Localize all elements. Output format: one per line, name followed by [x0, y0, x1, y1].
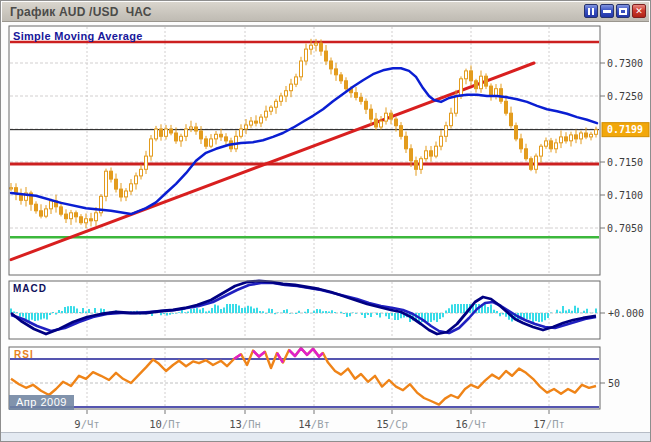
- candle: [40, 211, 43, 216]
- candle: [10, 188, 13, 189]
- candle: [75, 213, 78, 217]
- candle: [285, 91, 288, 96]
- candle: [50, 201, 53, 209]
- candle: [280, 96, 283, 101]
- candle: [370, 109, 373, 119]
- candle: [225, 137, 228, 141]
- price-axis-label: 0.7050: [607, 223, 643, 234]
- candle: [420, 159, 423, 170]
- candle: [365, 101, 368, 109]
- candle: [295, 77, 298, 84]
- candle: [80, 217, 83, 223]
- candle: [120, 189, 123, 197]
- candle: [300, 61, 303, 77]
- candle: [440, 136, 443, 146]
- candle: [595, 130, 598, 135]
- rsi-mid-label: 50: [608, 378, 620, 389]
- candle: [410, 149, 413, 161]
- candle: [135, 176, 138, 184]
- candle: [375, 119, 378, 127]
- candle: [70, 213, 73, 219]
- chart-canvas[interactable]: 0.73000.72500.71500.71000.70500.7199+0.0…: [1, 1, 651, 442]
- candle: [325, 51, 328, 61]
- candle: [345, 81, 348, 89]
- candle: [130, 184, 133, 191]
- candle: [65, 214, 68, 219]
- candle: [425, 151, 428, 159]
- candle: [335, 69, 338, 75]
- candle: [145, 156, 148, 169]
- x-axis-label: 9/Чт: [74, 418, 99, 430]
- macd-zero-label: +0.000: [608, 308, 644, 319]
- x-axis-label: 17/Пт: [533, 418, 565, 430]
- candle: [385, 113, 388, 121]
- candle: [245, 125, 248, 129]
- candle: [155, 129, 158, 139]
- candle: [190, 127, 193, 129]
- candle: [540, 146, 543, 156]
- candle: [590, 134, 593, 137]
- candle: [105, 171, 108, 196]
- bottom-scroll-strip[interactable]: [1, 432, 650, 441]
- candle: [125, 191, 128, 197]
- x-axis-label: 13/Пн: [229, 418, 261, 430]
- candle: [110, 171, 113, 179]
- current-price-tag-text: 0.7199: [607, 124, 643, 135]
- candle: [250, 121, 253, 125]
- candle: [460, 79, 463, 96]
- macd-indicator-label: MACD: [13, 283, 47, 294]
- candle: [400, 126, 403, 137]
- candle: [500, 89, 503, 102]
- x-axis-label: 15/Ср: [376, 418, 408, 430]
- candle: [585, 133, 588, 137]
- price-axis-label: 0.7150: [607, 157, 643, 168]
- price-axis-label: 0.7300: [607, 58, 643, 69]
- candle: [240, 129, 243, 136]
- candle: [115, 179, 118, 189]
- candle: [575, 135, 578, 139]
- month-badge: Апр 2009: [9, 395, 74, 410]
- candle: [475, 81, 478, 89]
- candle: [555, 143, 558, 149]
- candle: [175, 133, 178, 141]
- candle: [550, 141, 553, 149]
- candle: [265, 111, 268, 117]
- candle: [220, 134, 223, 137]
- candle: [60, 207, 63, 214]
- x-axis-label: 16/Чт: [455, 418, 487, 430]
- candle: [485, 76, 488, 86]
- candle: [305, 49, 308, 61]
- candle: [45, 209, 48, 216]
- candle: [445, 126, 448, 137]
- sma-indicator-label: Simple Moving Average: [13, 30, 143, 42]
- candle: [520, 139, 523, 149]
- rsi-indicator-label: RSI: [14, 349, 34, 360]
- candle: [505, 101, 508, 113]
- x-axis-label: 14/Вт: [298, 418, 330, 430]
- candle: [480, 76, 483, 89]
- candle: [470, 71, 473, 81]
- candle: [90, 219, 93, 221]
- candle: [85, 219, 88, 223]
- candle: [510, 113, 513, 126]
- candle: [185, 129, 188, 136]
- chart-window: График AUD /USD ЧАС ✕ 0.73000.72500.7150…: [0, 0, 651, 442]
- candle: [165, 129, 168, 136]
- candle: [390, 113, 393, 119]
- candle: [465, 71, 468, 79]
- candle: [195, 127, 198, 131]
- candle: [535, 156, 538, 169]
- candle: [515, 126, 518, 139]
- candle: [340, 75, 343, 81]
- candle: [205, 139, 208, 146]
- candle: [430, 151, 433, 156]
- price-axis-label: 0.7100: [607, 190, 643, 201]
- candle: [415, 161, 418, 170]
- candle: [315, 43, 318, 45]
- candle: [170, 129, 173, 133]
- candle: [545, 141, 548, 146]
- x-axis-label: 10/Пт: [149, 418, 181, 430]
- candle: [565, 137, 568, 141]
- panel-bg-1: [9, 281, 600, 339]
- candle: [405, 136, 408, 149]
